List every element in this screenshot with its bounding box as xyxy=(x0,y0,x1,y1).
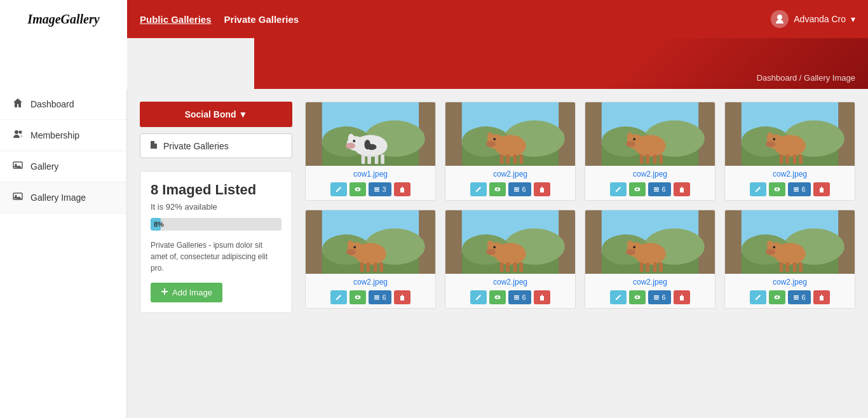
delete-button-4[interactable] xyxy=(394,290,410,304)
nav-private-galleries[interactable]: Private Galleries xyxy=(224,14,299,25)
svg-rect-79 xyxy=(794,189,799,191)
svg-point-35 xyxy=(493,138,496,140)
list-button-5[interactable]: 6 xyxy=(508,290,531,304)
svg-rect-97 xyxy=(374,297,379,299)
gallery-image-icon xyxy=(13,191,23,204)
svg-rect-134 xyxy=(654,299,659,300)
delete-button-3[interactable] xyxy=(813,182,830,196)
gallery-item-name-3: cow2.jpeg xyxy=(730,170,850,179)
info-card: 8 Imaged Listed It is 92% available 8% P… xyxy=(140,171,292,313)
sidebar-item-membership[interactable]: Membership xyxy=(0,120,126,151)
social-bond-button[interactable]: Social Bond ▼ xyxy=(140,102,292,127)
svg-rect-56 xyxy=(653,154,657,164)
svg-point-125 xyxy=(633,246,635,248)
hero-banner: Dashboard / Gallery Image xyxy=(254,38,868,89)
edit-button-3[interactable] xyxy=(750,182,766,196)
edit-button-5[interactable] xyxy=(470,290,487,304)
content-area: Social Bond ▼ Private Galleries 8 Imaged… xyxy=(127,89,868,418)
add-image-label: Add Image xyxy=(172,288,212,297)
file-icon xyxy=(149,140,158,151)
edit-button-0[interactable] xyxy=(330,182,347,196)
svg-rect-147 xyxy=(799,262,803,272)
delete-button-5[interactable] xyxy=(534,290,550,304)
svg-rect-146 xyxy=(793,262,797,272)
svg-point-107 xyxy=(493,246,496,248)
view-button-7[interactable] xyxy=(769,290,785,304)
gallery-image-3 xyxy=(725,102,855,166)
gallery-item-2: cow2.jpeg 6 xyxy=(585,102,715,201)
svg-rect-111 xyxy=(519,262,523,272)
svg-point-0 xyxy=(777,15,782,20)
svg-rect-78 xyxy=(794,187,799,189)
view-button-5[interactable] xyxy=(489,290,506,304)
svg-point-15 xyxy=(353,140,355,142)
delete-button-0[interactable] xyxy=(394,182,410,196)
svg-rect-43 xyxy=(514,189,519,191)
svg-rect-91 xyxy=(366,262,370,272)
sidebar-label-gallery: Gallery xyxy=(31,161,58,172)
gallery-item-name-5: cow2.jpeg xyxy=(451,278,570,287)
private-galleries-label: Private Galleries xyxy=(163,141,229,151)
edit-button-1[interactable] xyxy=(470,182,487,196)
svg-rect-126 xyxy=(640,262,644,272)
svg-point-14 xyxy=(346,143,355,149)
svg-rect-24 xyxy=(374,187,379,189)
list-button-4[interactable]: 6 xyxy=(369,290,391,304)
svg-rect-72 xyxy=(780,154,783,164)
delete-button-2[interactable] xyxy=(674,182,690,196)
edit-button-6[interactable] xyxy=(610,290,627,304)
edit-button-2[interactable] xyxy=(610,182,627,196)
gallery-item-5: cow2.jpeg 6 xyxy=(445,210,576,309)
list-button-7[interactable]: 6 xyxy=(788,290,810,304)
delete-button-1[interactable] xyxy=(534,182,550,196)
gallery-item-actions-4: 6 xyxy=(311,290,430,304)
user-name: Advanda Cro xyxy=(794,14,846,24)
svg-point-21 xyxy=(364,140,370,149)
svg-point-69 xyxy=(767,133,773,141)
view-button-6[interactable] xyxy=(629,290,646,304)
svg-rect-114 xyxy=(514,295,519,297)
list-button-2[interactable]: 6 xyxy=(648,182,670,196)
progress-bar: 8% xyxy=(151,218,281,231)
edit-button-7[interactable] xyxy=(750,290,766,304)
svg-point-142 xyxy=(766,249,775,255)
view-button-1[interactable] xyxy=(489,182,506,196)
svg-rect-16 xyxy=(362,154,365,164)
view-button-3[interactable] xyxy=(769,182,785,196)
view-button-2[interactable] xyxy=(629,182,646,196)
private-galleries-button[interactable]: Private Galleries xyxy=(140,133,292,158)
sidebar-label-dashboard: Dashboard xyxy=(31,99,74,109)
sidebar-item-gallery-image[interactable]: Gallery Image xyxy=(0,182,126,213)
list-button-3[interactable]: 6 xyxy=(788,182,810,196)
gallery-item-name-0: cow1.jpeg xyxy=(311,170,430,179)
sidebar-label-gallery-image: Gallery Image xyxy=(31,192,86,203)
view-button-0[interactable] xyxy=(349,182,366,196)
svg-rect-145 xyxy=(785,262,789,272)
list-button-1[interactable]: 6 xyxy=(508,182,531,196)
edit-button-4[interactable] xyxy=(330,290,347,304)
view-button-4[interactable] xyxy=(349,290,366,304)
svg-point-149 xyxy=(776,297,778,299)
delete-button-7[interactable] xyxy=(813,290,830,304)
svg-rect-90 xyxy=(360,262,364,272)
svg-point-34 xyxy=(486,141,496,147)
sidebar-item-dashboard[interactable]: Dashboard xyxy=(0,89,126,120)
delete-button-6[interactable] xyxy=(674,290,690,304)
svg-rect-132 xyxy=(654,295,659,297)
sidebar-item-gallery[interactable]: Gallery xyxy=(0,151,126,182)
svg-rect-75 xyxy=(799,154,803,164)
gallery-item-actions-1: 6 xyxy=(451,182,570,196)
svg-rect-26 xyxy=(374,191,379,192)
svg-point-51 xyxy=(627,133,634,141)
svg-rect-127 xyxy=(646,262,649,272)
svg-rect-115 xyxy=(514,297,519,299)
gallery-item-1: cow2.jpeg 6 xyxy=(445,102,576,201)
add-image-button[interactable]: Add Image xyxy=(151,283,222,302)
list-button-6[interactable]: 6 xyxy=(648,290,670,304)
list-button-0[interactable]: 3 xyxy=(369,182,391,196)
svg-point-87 xyxy=(348,241,354,249)
nav-public-galleries[interactable]: Public Galleries xyxy=(140,14,212,25)
user-area[interactable]: Advanda Cro ▾ xyxy=(771,10,868,28)
svg-rect-44 xyxy=(514,191,519,192)
svg-rect-54 xyxy=(640,154,644,164)
